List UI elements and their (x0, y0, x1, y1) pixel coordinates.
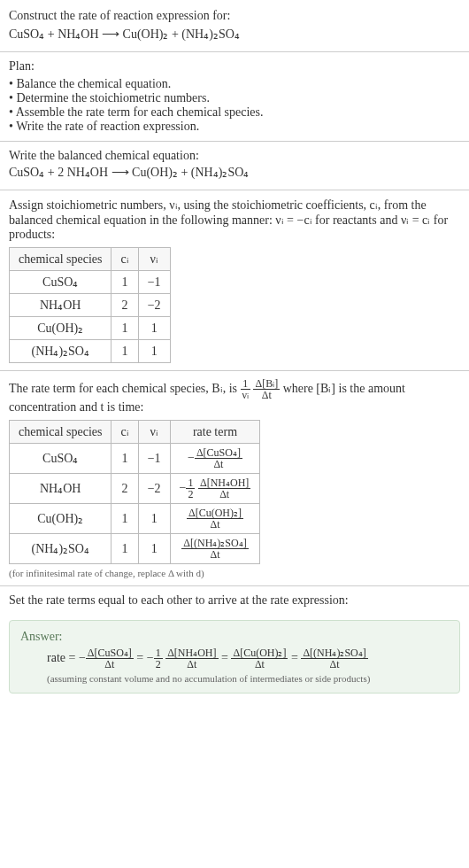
rateterm-frac2: Δ[Bᵢ]Δt (253, 378, 280, 400)
rateterm-note: (for infinitesimal rate of change, repla… (9, 568, 460, 578)
cell-c: 2 (111, 474, 138, 504)
cell-v: 1 (138, 504, 170, 534)
table-row: (NH₄)₂SO₄ 1 1 (10, 340, 171, 363)
cell-c: 1 (111, 444, 138, 474)
col-v: νᵢ (138, 421, 170, 444)
cell-v: 1 (138, 534, 170, 564)
table-row: Cu(OH)₂ 1 1 Δ[Cu(OH)₂]Δt (10, 504, 260, 534)
table-row: CuSO₄ 1 −1 −Δ[CuSO₄]Δt (10, 444, 260, 474)
stoich-section: Assign stoichiometric numbers, νᵢ, using… (0, 190, 469, 371)
cell-species: NH₄OH (10, 294, 111, 317)
cell-v: −2 (138, 474, 170, 504)
cell-rate: −12 Δ[NH₄OH]Δt (170, 474, 260, 504)
table-row: CuSO₄ 1 −1 (10, 271, 171, 294)
table-header-row: chemical species cᵢ νᵢ rate term (10, 421, 260, 444)
cell-c: 1 (111, 534, 138, 564)
prompt-section: Construct the rate of reaction expressio… (0, 0, 469, 52)
answer-expression: rate = −Δ[CuSO₄]Δt = −12 Δ[NH₄OH]Δt = Δ[… (20, 647, 449, 670)
col-v: νᵢ (138, 248, 170, 271)
plan-item: Write the rate of reaction expression. (9, 120, 460, 134)
table-header-row: chemical species cᵢ νᵢ (10, 248, 171, 271)
cell-rate: Δ[(NH₄)₂SO₄]Δt (170, 534, 260, 564)
final-section: Set the rate terms equal to each other t… (0, 586, 469, 615)
col-species: chemical species (10, 248, 111, 271)
col-c: cᵢ (111, 248, 138, 271)
plan-section: Plan: Balance the chemical equation. Det… (0, 52, 469, 142)
cell-c: 2 (111, 294, 138, 317)
ans-frac: Δ[(NH₄)₂SO₄]Δt (301, 647, 367, 670)
cell-c: 1 (111, 340, 138, 363)
plan-item: Assemble the rate term for each chemical… (9, 105, 460, 120)
plan-item: Determine the stoichiometric numbers. (9, 91, 460, 105)
rate-prefix: − (188, 451, 195, 464)
stoich-table: chemical species cᵢ νᵢ CuSO₄ 1 −1 NH₄OH … (9, 247, 171, 363)
plan-list: Balance the chemical equation. Determine… (9, 77, 460, 134)
cell-species: NH₄OH (10, 474, 111, 504)
cell-species: CuSO₄ (10, 271, 111, 294)
rateterm-table: chemical species cᵢ νᵢ rate term CuSO₄ 1… (9, 420, 260, 564)
cell-v: 1 (138, 340, 170, 363)
rate-label: rate = (47, 651, 79, 664)
answer-note: (assuming constant volume and no accumul… (20, 673, 449, 684)
prompt-equation: CuSO₄ + NH₄OH ⟶ Cu(OH)₂ + (NH₄)₂SO₄ (9, 25, 460, 44)
table-row: NH₄OH 2 −2 −12 Δ[NH₄OH]Δt (10, 474, 260, 504)
rate-frac: Δ[NH₄OH]Δt (198, 477, 250, 500)
col-rate: rate term (170, 421, 260, 444)
rateterm-frac1: 1νᵢ (241, 378, 250, 400)
plan-heading: Plan: (9, 59, 460, 74)
cell-v: −2 (138, 294, 170, 317)
balanced-section: Write the balanced chemical equation: Cu… (0, 142, 469, 190)
ans-frac: Δ[CuSO₄]Δt (86, 647, 134, 670)
table-row: NH₄OH 2 −2 (10, 294, 171, 317)
cell-species: Cu(OH)₂ (10, 317, 111, 340)
ans-frac: Δ[NH₄OH]Δt (165, 647, 218, 670)
ans-coef: 12 (154, 647, 163, 670)
rateterm-text: The rate term for each chemical species,… (9, 378, 460, 415)
rateterm-text-before: The rate term for each chemical species,… (9, 382, 241, 395)
answer-box: Answer: rate = −Δ[CuSO₄]Δt = −12 Δ[NH₄OH… (9, 620, 460, 694)
cell-v: −1 (138, 271, 170, 294)
col-c: cᵢ (111, 421, 138, 444)
cell-species: (NH₄)₂SO₄ (10, 340, 111, 363)
cell-species: (NH₄)₂SO₄ (10, 534, 111, 564)
cell-v: 1 (138, 317, 170, 340)
prompt-line1: Construct the rate of reaction expressio… (9, 7, 460, 25)
cell-rate: Δ[Cu(OH)₂]Δt (170, 504, 260, 534)
cell-species: CuSO₄ (10, 444, 111, 474)
balanced-heading: Write the balanced chemical equation: (9, 149, 460, 163)
stoich-text: Assign stoichiometric numbers, νᵢ, using… (9, 198, 460, 242)
cell-c: 1 (111, 504, 138, 534)
rate-prefix: − (180, 481, 187, 494)
table-row: Cu(OH)₂ 1 1 (10, 317, 171, 340)
cell-species: Cu(OH)₂ (10, 504, 111, 534)
rate-frac: Δ[Cu(OH)₂]Δt (187, 508, 243, 530)
rate-coef: 12 (186, 477, 195, 500)
table-row: (NH₄)₂SO₄ 1 1 Δ[(NH₄)₂SO₄]Δt (10, 534, 260, 564)
rate-frac: Δ[CuSO₄]Δt (195, 447, 242, 469)
rate-frac: Δ[(NH₄)₂SO₄]Δt (181, 538, 248, 560)
cell-rate: −Δ[CuSO₄]Δt (170, 444, 260, 474)
cell-c: 1 (111, 317, 138, 340)
balanced-equation: CuSO₄ + 2 NH₄OH ⟶ Cu(OH)₂ + (NH₄)₂SO₄ (9, 163, 460, 182)
rateterm-section: The rate term for each chemical species,… (0, 371, 469, 586)
final-heading: Set the rate terms equal to each other t… (9, 593, 460, 608)
cell-v: −1 (138, 444, 170, 474)
cell-c: 1 (111, 271, 138, 294)
plan-item: Balance the chemical equation. (9, 77, 460, 91)
col-species: chemical species (10, 421, 111, 444)
ans-frac: Δ[Cu(OH)₂]Δt (231, 647, 288, 670)
answer-label: Answer: (20, 630, 449, 644)
